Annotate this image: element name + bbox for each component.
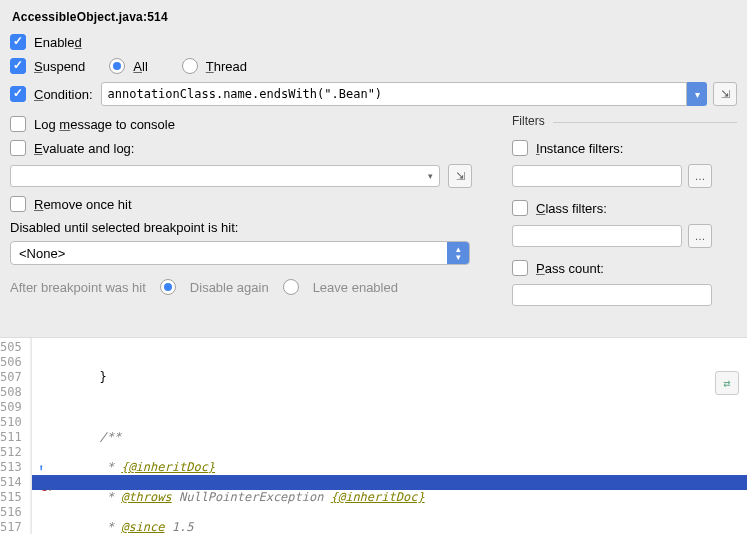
- after-leave-label: Leave enabled: [313, 280, 398, 295]
- condition-expand-icon[interactable]: ⇲: [713, 82, 737, 106]
- line-gutter: 505506507 508509510 511512513 514515516 …: [0, 338, 31, 534]
- instance-filter-label: Instance filters:: [536, 141, 623, 156]
- class-filter-checkbox[interactable]: [512, 200, 528, 216]
- log-console-label: Log message to console: [34, 117, 175, 132]
- code-body[interactable]: } /** * {@inheritDoc} * @throws NullPoin…: [32, 338, 747, 534]
- remove-once-checkbox[interactable]: [10, 196, 26, 212]
- remove-once-label: Remove once hit: [34, 197, 132, 212]
- breakpoint-title: AccessibleObject.java:514: [10, 6, 737, 32]
- suspend-all-label: All: [133, 59, 147, 74]
- suspend-checkbox[interactable]: [10, 58, 26, 74]
- condition-input[interactable]: [101, 82, 687, 106]
- class-filter-label: Class filters:: [536, 201, 607, 216]
- class-filter-browse-icon[interactable]: …: [688, 224, 712, 248]
- pass-count-label: Pass count:: [536, 261, 604, 276]
- evaluate-log-input[interactable]: ▾: [10, 165, 440, 187]
- after-leave-radio[interactable]: [283, 279, 299, 295]
- pass-count-input[interactable]: [512, 284, 712, 306]
- evaluate-log-checkbox[interactable]: [10, 140, 26, 156]
- disabled-until-label: Disabled until selected breakpoint is hi…: [10, 220, 492, 235]
- instance-filter-browse-icon[interactable]: …: [688, 164, 712, 188]
- highlighted-line: [32, 475, 747, 490]
- after-disable-radio[interactable]: [160, 279, 176, 295]
- suspend-thread-radio[interactable]: [182, 58, 198, 74]
- pass-count-checkbox[interactable]: [512, 260, 528, 276]
- select-arrows-icon: ▴▾: [447, 242, 469, 264]
- after-hit-label: After breakpoint was hit: [10, 280, 146, 295]
- instance-filter-input[interactable]: [512, 165, 682, 187]
- after-disable-label: Disable again: [190, 280, 269, 295]
- suspend-thread-label: Thread: [206, 59, 247, 74]
- filters-title: Filters: [512, 114, 545, 128]
- code-viewer: 505506507 508509510 511512513 514515516 …: [0, 337, 747, 534]
- suspend-all-radio[interactable]: [109, 58, 125, 74]
- chevron-down-icon[interactable]: ▾: [421, 171, 439, 181]
- disabled-until-value: <None>: [19, 246, 65, 261]
- enabled-checkbox[interactable]: [10, 34, 26, 50]
- divider: [553, 122, 737, 123]
- condition-checkbox[interactable]: [10, 86, 26, 102]
- enabled-label: Enabled: [34, 35, 82, 50]
- condition-label: Condition:: [34, 87, 93, 102]
- log-console-checkbox[interactable]: [10, 116, 26, 132]
- suspend-label: Suspend: [34, 59, 85, 74]
- instance-filter-checkbox[interactable]: [512, 140, 528, 156]
- evaluate-expand-icon[interactable]: ⇲: [448, 164, 472, 188]
- evaluate-log-label: Evaluate and log:: [34, 141, 134, 156]
- condition-dropdown-icon[interactable]: ▾: [687, 82, 707, 106]
- code-settings-icon[interactable]: ⇄: [715, 371, 739, 395]
- disabled-until-select[interactable]: <None> ▴▾: [10, 241, 470, 265]
- class-filter-input[interactable]: [512, 225, 682, 247]
